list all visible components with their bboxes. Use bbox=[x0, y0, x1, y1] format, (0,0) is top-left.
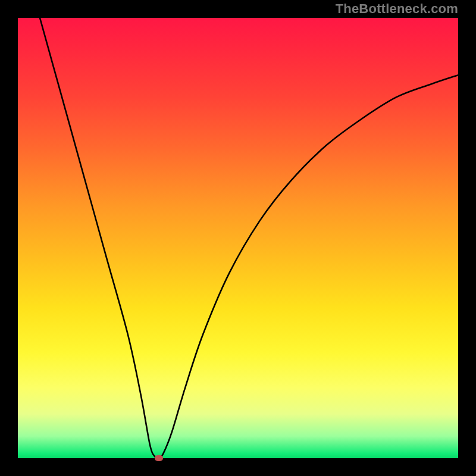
bottleneck-curve bbox=[18, 18, 458, 458]
optimal-point-marker bbox=[155, 455, 163, 461]
chart-frame: TheBottleneck.com bbox=[0, 0, 476, 476]
watermark-text: TheBottleneck.com bbox=[336, 1, 458, 17]
